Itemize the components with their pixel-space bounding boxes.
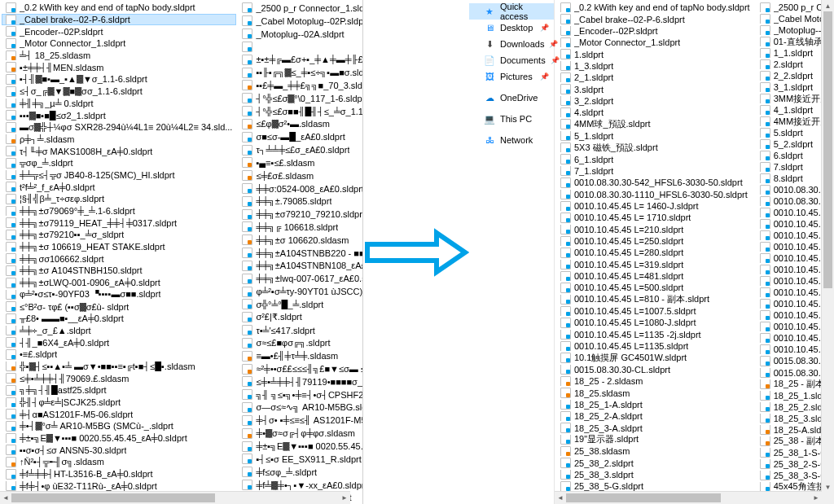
file-item[interactable]: _0.2 kWith key and end of tapNo body.sld… bbox=[556, 2, 754, 13]
file-item[interactable]: τ•╧'≤417.sldprt bbox=[238, 324, 363, 337]
file-item[interactable]: t²f╧²_f_εA╪0.sldprt bbox=[2, 181, 236, 193]
file-item[interactable]: ¦§╢╣β╧_τ÷σεφ.sldprt bbox=[2, 193, 236, 205]
file-item[interactable]: 0010.08.30.30-1110_HFSL6-3030-50.sldprt bbox=[556, 189, 754, 200]
file-item[interactable]: ╪╪╗±σ79210▪▪_╧σ_sldprt bbox=[2, 229, 236, 241]
file-item[interactable]: 0010.10.45.45 L=210.sldprt bbox=[556, 224, 754, 235]
sidebar-item-desktop[interactable]: 🖥Desktop📌 bbox=[469, 20, 554, 36]
file-item[interactable]: 19"显示器.sldprt bbox=[556, 434, 754, 445]
file-item[interactable]: ╪f╪┤•φ ùE32-T11Rù-_εA╪0.sldprt bbox=[2, 480, 236, 493]
file-item[interactable]: 3.sldprt bbox=[556, 83, 754, 94]
file-item[interactable]: ╬╢┤φ╧ε╧|SCJK25.sldprt bbox=[2, 397, 236, 409]
sidebar-item-onedrive[interactable]: ☁OneDrive bbox=[469, 90, 554, 106]
file-item[interactable]: ╪╪╗±.79085.sldprt bbox=[238, 195, 363, 208]
file-item[interactable]: ╪╪╗±σ79069°╪_╧.1-6.sldprt bbox=[2, 205, 236, 217]
file-item[interactable] bbox=[238, 40, 363, 53]
scroll-left-icon[interactable]: ◄ bbox=[0, 492, 11, 504]
file-item[interactable]: 10.1触摸屏 GC4501W.sldprt bbox=[556, 352, 754, 363]
file-item[interactable]: _Encoder--02P.sldprt bbox=[2, 25, 236, 37]
file-item[interactable]: τ┤╙╪σ MAKS1008H_εA╪0.sldprt bbox=[2, 145, 236, 157]
left-hscroll-thumb[interactable] bbox=[11, 493, 215, 502]
file-item[interactable]: σ²₤|₹.sldprt bbox=[238, 311, 363, 324]
file-item[interactable]: ╪•┤▓°σ╧ AR10-M5BG (SMCù-_.sldprt bbox=[2, 420, 236, 432]
file-item[interactable]: 25_38_2.sldprt bbox=[556, 457, 754, 468]
file-item[interactable]: •≡₤.sldprt bbox=[2, 348, 236, 361]
file-item[interactable]: ≤╪•╧╪╪┤╢79119•■■■■σ_500_1.sldprt bbox=[238, 375, 363, 388]
scroll-down-icon[interactable]: ▼ bbox=[822, 481, 834, 493]
file-item[interactable]: σ■≤σ-▬█_εA₤0.sldprt bbox=[238, 130, 363, 143]
file-item[interactable]: ╪╪╗╔ 106618.sldprt bbox=[238, 221, 363, 234]
file-item[interactable]: 0010.10.45.45 L=481.sldprt bbox=[556, 270, 754, 282]
file-item[interactable]: φ╧²▪σ╧τy-90YT01 ùJSCC)_εA₤0.sldprt bbox=[238, 285, 363, 298]
file-item[interactable]: 0010.10.45.45 L= 1710.sldprt bbox=[556, 212, 754, 223]
sidebar-item-quick-access[interactable]: ★Quick access bbox=[469, 3, 554, 20]
file-item[interactable]: ╧┤ 18_25.sldasm bbox=[2, 50, 236, 62]
file-item[interactable]: 18_25.sldasm bbox=[556, 387, 754, 398]
file-item[interactable]: ╪╪σ:0524-008_εA₤0.sldprt bbox=[238, 182, 363, 195]
file-item[interactable]: 18_25_3-A.sldprt bbox=[556, 422, 754, 433]
right-hscroll-thumb[interactable] bbox=[566, 493, 721, 502]
file-item[interactable]: ▬σ▓╬┼¼φσ SXR28-294ù¼4L1≡ 20ù¼4L2≡ 34.sld… bbox=[2, 121, 236, 134]
right-hscrollbar[interactable]: ◄ ► bbox=[555, 491, 822, 504]
file-item[interactable]: 1.sldprt bbox=[556, 48, 754, 59]
file-item[interactable]: _Motor Connector_1.sldprt bbox=[556, 37, 754, 48]
scroll-right-icon[interactable]: ► bbox=[339, 492, 350, 504]
file-item[interactable]: 0010.08.30.30-542_HFSL6-3030-50.sldprt bbox=[556, 177, 754, 188]
file-item[interactable]: ╪╪╗±lwq-007-0617_εA₤0.sldprt bbox=[238, 272, 363, 285]
file-item[interactable]: ρ╪┐╧.sldasm bbox=[2, 134, 236, 146]
file-item[interactable]: ≤╪₤σ₤.sldasm bbox=[238, 169, 363, 182]
file-item[interactable]: 0010.10.45.45 L=1007.5.sldprt bbox=[556, 305, 754, 317]
file-item[interactable]: 7_1.sldprt bbox=[556, 165, 754, 177]
file-item[interactable]: ↑Ň²▪┤╦╾╢σ╗.sldasm bbox=[2, 456, 236, 468]
file-item[interactable]: 2_1.sldprt bbox=[556, 72, 754, 83]
file-item[interactable]: σ╬°╧°█_╧.sldprt bbox=[238, 298, 363, 311]
file-item[interactable]: 18_25_2-A.sldprt bbox=[556, 410, 754, 422]
file-item[interactable]: ╪╪╗σσ106662.sldprt bbox=[2, 252, 236, 265]
file-item[interactable]: 0010.10.45.45 L=250.sldprt bbox=[556, 235, 754, 247]
file-item[interactable]: ╪╪╗±A104STNBN108_εA₤0.sldprt bbox=[238, 260, 363, 273]
file-item[interactable]: _Cabel brake--02-P-6.sldprt bbox=[2, 14, 236, 26]
left-hscrollbar[interactable]: ◄ ► bbox=[0, 491, 350, 504]
file-item[interactable]: ≤┤σ_╔▓▼▓■▓σσ_1.1-6.sldprt bbox=[2, 85, 236, 98]
sidebar-item-network[interactable]: 🖧Network bbox=[469, 132, 554, 148]
file-item[interactable]: ╪╧╦≤┤╦σ JB40-8-125(SMC)_HI.sldprt bbox=[2, 169, 236, 182]
file-item[interactable]: 5X3 磁铁_預設.sldprt bbox=[556, 142, 754, 153]
file-item[interactable]: ╥₤8• ▬▬■▪__εA╪0.sldprt bbox=[2, 313, 236, 325]
scroll-left-icon[interactable]: ◄ bbox=[555, 492, 566, 504]
file-item[interactable]: ▪▪╟▪╔╗▓≤_╪▪≤÷╗▪▬■σ.sldprt bbox=[238, 66, 363, 79]
file-item[interactable]: ╗╪╗┤╢█astf25.sldprt bbox=[2, 384, 236, 397]
file-item[interactable]: 0010.10.45.45 L=500.sldprt bbox=[556, 282, 754, 293]
file-item[interactable]: ┤╢_■6X4_εA╪0.sldprt bbox=[2, 336, 236, 348]
file-item[interactable]: 0010.10.45.45 L=319.sldprt bbox=[556, 259, 754, 270]
file-item[interactable]: ╦σφ_╧.sldprt bbox=[2, 157, 236, 169]
file-item[interactable]: ╪f╧╪╪┤HT-L3516-B_εA╪0.sldprt bbox=[2, 468, 236, 480]
file-item[interactable]: ╪┤σ• ▪╪≤≡≤╢ AS1201F-M5-04 (SMC).sldprt bbox=[238, 414, 363, 427]
file-item[interactable]: 0010.10.45.45 L=1135.sldprt bbox=[556, 340, 754, 352]
file-item[interactable]: 5_1.sldprt bbox=[556, 130, 754, 142]
sidebar-item-pictures[interactable]: 🖼Pictures📌 bbox=[469, 68, 554, 85]
file-item[interactable]: _0.2 kWith key and end of tapNo body.sld… bbox=[2, 2, 236, 14]
file-item[interactable]: ╪•▓σ≈σ╔┤φ╪φσ.sldasm bbox=[238, 427, 363, 440]
file-item[interactable]: ▪±╪╪┤╢MEN.sldasm bbox=[2, 61, 236, 73]
file-item[interactable]: 3_2.sldprt bbox=[556, 95, 754, 107]
file-item[interactable]: ╪╪╗±σ79210_79210.sldprt bbox=[238, 208, 363, 221]
file-item[interactable]: ╪╢╪╗_µ╧ 0.sldprt bbox=[2, 98, 236, 110]
file-item[interactable]: ╪±▪╗E▓▼▪▪▪■ 0020.55.45.45_εA╪0.sldprt bbox=[2, 432, 236, 445]
sidebar-item-documents[interactable]: 📄Documents📌 bbox=[469, 52, 554, 68]
file-item[interactable]: ≤╪•╧╪╪┤╢79069.₤.sldasm bbox=[2, 372, 236, 384]
file-item[interactable]: 0015.08.30.30-CL.sldprt bbox=[556, 364, 754, 375]
file-item[interactable]: 0010.10.45.45 L=1080-J.sldprt bbox=[556, 317, 754, 328]
file-item[interactable]: ▪┤╢▓■▪▬_▪▲▓▼σ_1.1-6.sldprt bbox=[2, 73, 236, 85]
file-item[interactable]: ╪╪╗±σLWQ-001-0906_εA╪0.sldprt bbox=[2, 277, 236, 289]
right-vscroll-thumb[interactable] bbox=[823, 11, 832, 288]
file-item[interactable]: ╪╪╗±A104STNBB220 - ■■■■|_εA╪0.sldprt bbox=[238, 247, 363, 260]
scroll-right-icon[interactable]: ► bbox=[810, 492, 822, 504]
file-item[interactable]: 18_25 - 2.sldasm bbox=[556, 375, 754, 387]
file-item[interactable]: 4MM球_預設.sldprt bbox=[556, 118, 754, 129]
file-item[interactable]: _Encoder--02P.sldprt bbox=[556, 25, 754, 37]
file-item[interactable]: ▪▪₤╪▬_╪╪₤╗╗■_70_3.sldasm bbox=[238, 79, 363, 92]
file-item[interactable]: ╪±▪╗E▓▼▪▪▪■ 0020.55.45.45-J.sldprt bbox=[238, 440, 363, 453]
file-item[interactable]: ▪▪•▓■▪■█≤σ2_1.sldprt bbox=[2, 109, 236, 121]
file-item[interactable]: ≤°B²σ- τφ₤ (▪▪σ▓σ₤ù- sldprt bbox=[2, 300, 236, 313]
file-item[interactable]: ╪f≤σφ_╧.sldprt bbox=[238, 466, 363, 479]
sidebar-item-this-pc[interactable]: 💻This PC bbox=[469, 111, 554, 127]
